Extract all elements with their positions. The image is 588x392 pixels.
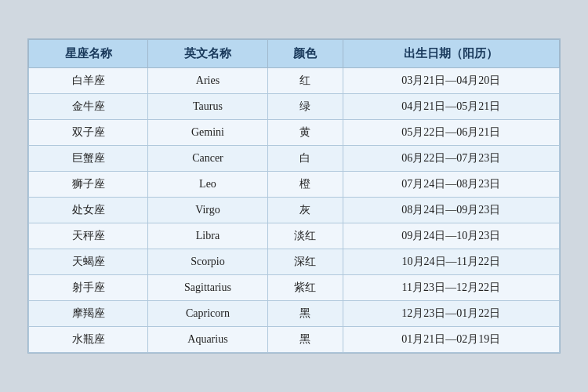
cell-dates: 12月23日—01月22日 — [343, 301, 559, 327]
cell-english-name: Aries — [148, 68, 267, 94]
cell-chinese-name: 水瓶座 — [29, 327, 148, 353]
table-row: 摩羯座Capricorn黑12月23日—01月22日 — [29, 301, 560, 327]
table-body: 白羊座Aries红03月21日—04月20日金牛座Taurus绿04月21日—0… — [29, 68, 560, 353]
cell-chinese-name: 狮子座 — [29, 172, 148, 198]
table-row: 金牛座Taurus绿04月21日—05月21日 — [29, 94, 560, 120]
cell-chinese-name: 金牛座 — [29, 94, 148, 120]
zodiac-table-container: 星座名称 英文名称 颜色 出生日期（阳历） 白羊座Aries红03月21日—04… — [27, 38, 561, 354]
cell-color: 红 — [267, 68, 343, 94]
cell-english-name: Virgo — [148, 198, 267, 223]
cell-dates: 01月21日—02月19日 — [343, 327, 559, 353]
cell-chinese-name: 天秤座 — [29, 223, 148, 249]
cell-color: 黑 — [267, 301, 343, 327]
cell-color: 深红 — [267, 249, 343, 275]
cell-english-name: Capricorn — [148, 301, 267, 327]
cell-chinese-name: 射手座 — [29, 275, 148, 301]
table-row: 天蝎座Scorpio深红10月24日—11月22日 — [29, 249, 560, 275]
cell-english-name: Taurus — [148, 94, 267, 120]
cell-dates: 09月24日—10月23日 — [343, 223, 559, 249]
cell-color: 紫红 — [267, 275, 343, 301]
cell-chinese-name: 双子座 — [29, 120, 148, 146]
cell-dates: 05月22日—06月21日 — [343, 120, 559, 146]
table-row: 狮子座Leo橙07月24日—08月23日 — [29, 172, 560, 198]
cell-chinese-name: 巨蟹座 — [29, 146, 148, 172]
header-dates: 出生日期（阳历） — [343, 40, 559, 68]
cell-dates: 11月23日—12月22日 — [343, 275, 559, 301]
cell-color: 淡红 — [267, 223, 343, 249]
cell-color: 橙 — [267, 172, 343, 198]
cell-color: 灰 — [267, 198, 343, 223]
cell-english-name: Sagittarius — [148, 275, 267, 301]
cell-english-name: Aquarius — [148, 327, 267, 353]
cell-dates: 08月24日—09月23日 — [343, 198, 559, 223]
cell-chinese-name: 白羊座 — [29, 68, 148, 94]
cell-dates: 04月21日—05月21日 — [343, 94, 559, 120]
cell-chinese-name: 处女座 — [29, 198, 148, 223]
cell-dates: 10月24日—11月22日 — [343, 249, 559, 275]
table-row: 处女座Virgo灰08月24日—09月23日 — [29, 198, 560, 223]
cell-color: 黑 — [267, 327, 343, 353]
table-row: 水瓶座Aquarius黑01月21日—02月19日 — [29, 327, 560, 353]
cell-chinese-name: 摩羯座 — [29, 301, 148, 327]
cell-english-name: Gemini — [148, 120, 267, 146]
cell-chinese-name: 天蝎座 — [29, 249, 148, 275]
header-color: 颜色 — [267, 40, 343, 68]
table-row: 巨蟹座Cancer白06月22日—07月23日 — [29, 146, 560, 172]
cell-dates: 06月22日—07月23日 — [343, 146, 559, 172]
zodiac-table: 星座名称 英文名称 颜色 出生日期（阳历） 白羊座Aries红03月21日—04… — [28, 39, 560, 353]
cell-english-name: Scorpio — [148, 249, 267, 275]
cell-english-name: Libra — [148, 223, 267, 249]
cell-dates: 03月21日—04月20日 — [343, 68, 559, 94]
cell-dates: 07月24日—08月23日 — [343, 172, 559, 198]
table-header-row: 星座名称 英文名称 颜色 出生日期（阳历） — [29, 40, 560, 68]
table-row: 白羊座Aries红03月21日—04月20日 — [29, 68, 560, 94]
cell-english-name: Leo — [148, 172, 267, 198]
table-row: 双子座Gemini黄05月22日—06月21日 — [29, 120, 560, 146]
header-english-name: 英文名称 — [148, 40, 267, 68]
cell-color: 黄 — [267, 120, 343, 146]
cell-color: 绿 — [267, 94, 343, 120]
table-row: 射手座Sagittarius紫红11月23日—12月22日 — [29, 275, 560, 301]
cell-color: 白 — [267, 146, 343, 172]
cell-english-name: Cancer — [148, 146, 267, 172]
table-row: 天秤座Libra淡红09月24日—10月23日 — [29, 223, 560, 249]
header-chinese-name: 星座名称 — [29, 40, 148, 68]
